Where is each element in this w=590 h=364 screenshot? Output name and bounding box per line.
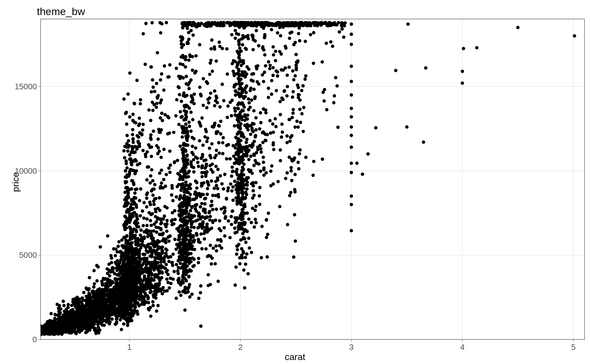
svg-point-4390 (244, 191, 247, 194)
svg-point-2279 (124, 191, 127, 194)
svg-point-4384 (230, 33, 234, 37)
svg-point-2585 (128, 157, 132, 161)
svg-point-4098 (240, 177, 243, 180)
svg-point-4873 (304, 40, 307, 43)
svg-point-4623 (251, 79, 255, 83)
svg-point-4995 (422, 141, 425, 144)
svg-point-3001 (159, 233, 163, 236)
svg-point-4742 (261, 73, 264, 76)
svg-point-4836 (281, 25, 285, 29)
svg-point-3763 (199, 324, 203, 328)
svg-point-1912 (117, 263, 120, 267)
svg-point-4632 (266, 255, 269, 259)
svg-point-2347 (133, 150, 137, 154)
svg-point-4714 (285, 171, 289, 175)
svg-point-2853 (150, 90, 153, 94)
svg-point-2407 (141, 128, 144, 132)
svg-point-3663 (205, 140, 209, 143)
svg-point-763 (76, 296, 79, 299)
svg-point-2989 (152, 103, 156, 106)
svg-point-3531 (196, 161, 199, 164)
svg-point-3898 (207, 21, 211, 25)
svg-point-3596 (187, 239, 191, 242)
svg-point-4335 (225, 21, 229, 25)
svg-point-4491 (258, 127, 261, 130)
svg-point-2722 (139, 98, 142, 102)
svg-point-1613 (110, 310, 113, 313)
svg-point-3643 (211, 194, 214, 197)
svg-point-3768 (186, 197, 189, 200)
svg-point-3850 (211, 221, 214, 224)
svg-point-3036 (151, 243, 155, 246)
svg-point-3772 (181, 210, 185, 213)
svg-point-2818 (147, 296, 150, 299)
svg-point-4588 (263, 53, 266, 56)
svg-point-4570 (248, 124, 251, 128)
svg-point-4349 (242, 187, 246, 190)
svg-point-497 (39, 332, 42, 335)
svg-point-3789 (230, 189, 234, 192)
svg-point-2799 (132, 211, 135, 215)
svg-point-2525 (137, 135, 140, 139)
svg-point-4978 (350, 134, 353, 137)
svg-point-3818 (209, 168, 213, 171)
svg-point-3583 (167, 281, 170, 284)
svg-point-4428 (238, 127, 242, 130)
svg-point-3702 (218, 151, 221, 155)
svg-point-3529 (183, 104, 186, 107)
svg-point-3352 (184, 273, 188, 276)
svg-point-3615 (177, 229, 180, 233)
svg-point-3885 (221, 47, 224, 50)
svg-point-2456 (126, 92, 130, 96)
svg-point-574 (58, 312, 62, 316)
svg-point-1787 (132, 141, 135, 144)
svg-point-3877 (216, 176, 219, 180)
svg-point-3572 (192, 102, 196, 105)
svg-point-3031 (148, 285, 151, 288)
svg-point-741 (60, 326, 64, 329)
svg-point-2476 (128, 213, 132, 217)
svg-point-2437 (113, 292, 117, 296)
svg-point-3521 (191, 68, 194, 72)
svg-point-4646 (259, 169, 262, 173)
svg-point-3618 (182, 21, 185, 25)
svg-point-4314 (246, 272, 250, 276)
svg-point-2499 (122, 283, 125, 286)
svg-point-3950 (244, 256, 247, 259)
svg-point-2581 (128, 274, 131, 278)
svg-point-4361 (251, 130, 255, 133)
svg-point-2540 (141, 149, 145, 152)
svg-point-4559 (251, 181, 255, 184)
svg-point-4790 (301, 130, 305, 133)
svg-point-3040 (163, 64, 166, 68)
svg-point-3608 (193, 238, 196, 242)
svg-point-2948 (165, 21, 168, 24)
svg-point-4904 (302, 106, 305, 109)
svg-point-2847 (143, 278, 146, 281)
svg-point-3666 (218, 219, 221, 223)
svg-point-1545 (116, 245, 120, 248)
svg-point-2965 (160, 72, 163, 76)
svg-point-4768 (279, 34, 282, 37)
svg-point-2874 (150, 224, 153, 227)
svg-point-3691 (201, 144, 205, 147)
svg-point-4796 (312, 62, 315, 65)
svg-point-3565 (193, 92, 196, 96)
svg-point-2889 (159, 78, 162, 82)
svg-point-4725 (265, 171, 268, 174)
svg-point-4818 (284, 46, 288, 50)
svg-point-3574 (200, 171, 204, 174)
svg-point-2194 (131, 119, 135, 122)
svg-point-4552 (269, 169, 273, 173)
svg-point-2838 (150, 65, 153, 69)
svg-point-3027 (157, 284, 161, 287)
svg-point-3809 (206, 137, 209, 140)
svg-point-4761 (294, 239, 297, 243)
svg-point-4008 (243, 286, 246, 289)
svg-point-3280 (184, 55, 187, 58)
svg-point-4354 (247, 158, 250, 161)
svg-point-2704 (136, 140, 140, 143)
svg-point-3005 (160, 221, 163, 225)
svg-point-3580 (183, 308, 187, 312)
svg-point-1587 (110, 256, 113, 260)
